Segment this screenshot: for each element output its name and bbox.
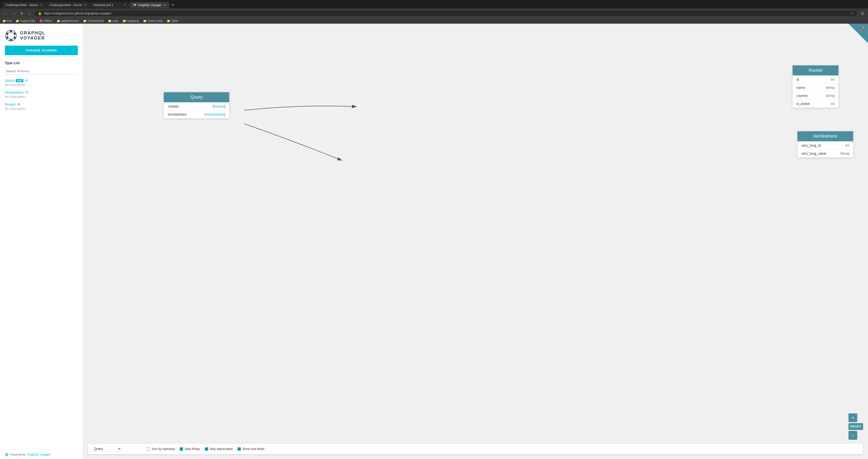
query-field-iamnot[interactable]: IAmNotHere [IAmNotHere] xyxy=(164,110,229,118)
svg-line-10 xyxy=(7,38,11,40)
type-link-rocket[interactable]: Rocket xyxy=(5,102,16,106)
change-schema-button[interactable]: CHANGE SCHEMA xyxy=(5,46,78,55)
checkbox-sort-alpha[interactable]: Sort by Alphabet xyxy=(147,447,175,451)
iamnot-field-id[interactable]: very_long_id Int xyxy=(798,141,853,149)
tab-3[interactable]: RocketsLand 1 ✕ xyxy=(90,2,129,8)
home-button[interactable]: ⌂ xyxy=(27,11,32,16)
eye-icon-query[interactable]: 👁 xyxy=(25,78,28,83)
reload-button[interactable]: ↻ xyxy=(19,11,25,16)
reset-button[interactable]: RESET xyxy=(848,423,863,430)
type-item-query-header: Query root 👁 xyxy=(5,78,78,83)
tab-1[interactable]: Challenges/Web - Server ✕ xyxy=(2,2,45,8)
type-item-iamnot: IAmNotHere 👁 No Description xyxy=(5,91,78,99)
logo-text: GRAPHQL VOYAGER xyxy=(20,31,45,41)
type-link-query[interactable]: Query xyxy=(5,78,14,83)
checkboxes: Sort by Alphabet Skip Relay Skip depreca… xyxy=(147,447,859,451)
rocket-field-name[interactable]: name String xyxy=(793,84,838,92)
tab-2-title: Challenges/Web - Server xyxy=(50,3,82,7)
rocket-field-id[interactable]: id Int xyxy=(793,75,838,84)
tab-4-title: GraphQL Voyager xyxy=(138,3,162,7)
rocket-field-is-active[interactable]: is_active Int xyxy=(793,100,838,108)
field-type-link-rockets[interactable]: Rocket xyxy=(214,104,224,108)
skip-relay-label: Skip Relay xyxy=(185,447,200,451)
footer-link[interactable]: GraphQL Voyager xyxy=(27,453,50,456)
bookmark-exploit[interactable]: 📁 Exploit DBs xyxy=(16,19,35,23)
field-type-rockets: [Rocket] xyxy=(213,104,225,108)
menu-button[interactable]: ☰ xyxy=(860,11,866,16)
query-field-rockets[interactable]: rockets [Rocket] xyxy=(164,102,229,110)
zoom-in-button[interactable]: + xyxy=(848,413,857,422)
show-leaf-checkbox[interactable] xyxy=(238,447,241,451)
type-desc-iamnot: No Description xyxy=(5,95,78,99)
svg-line-7 xyxy=(11,31,14,34)
sort-alpha-label: Sort by Alphabet xyxy=(152,447,175,451)
tab-3-close[interactable]: ✕ xyxy=(124,3,126,7)
checkbox-skip-relay[interactable]: Skip Relay xyxy=(180,447,200,451)
tab-4-close[interactable]: ✕ xyxy=(163,3,166,7)
type-item-iamnot-header: IAmNotHere 👁 xyxy=(5,91,78,94)
checkbox-skip-deprecated[interactable]: Skip deprecated xyxy=(205,447,232,451)
rocket-node-header: Rocket xyxy=(793,65,838,75)
security-icon: 🔒 xyxy=(38,11,42,15)
sidebar: GRAPHQL VOYAGER CHANGE SCHEMA Type List … xyxy=(0,24,83,459)
show-leaf-label: Show leaf fields xyxy=(242,447,265,451)
checkbox-show-leaf[interactable]: Show leaf fields xyxy=(238,447,265,451)
forward-button[interactable]: → xyxy=(11,11,17,16)
tab-1-title: Challenges/Web - Server xyxy=(5,3,38,7)
bookmark-academy[interactable]: 📁 Academy xyxy=(123,19,139,23)
footer-icon: 🌐 xyxy=(5,453,8,456)
search-input[interactable] xyxy=(5,68,78,75)
bookmark-labs[interactable]: 📁 Labs xyxy=(108,19,119,23)
bookmark-cheatsheets[interactable]: 📁 Cheatsheets xyxy=(83,19,104,23)
logo-line2: VOYAGER xyxy=(20,36,45,41)
tab-2[interactable]: Challenges/Web - Server ✕ xyxy=(46,2,90,8)
skip-deprecated-label: Skip deprecated xyxy=(210,447,232,451)
query-node-header: Query xyxy=(164,92,229,102)
sidebar-header: GRAPHQL VOYAGER xyxy=(0,24,83,46)
rocket-field-type-name: String xyxy=(826,86,835,90)
svg-line-12 xyxy=(7,31,11,34)
address-bar[interactable]: 🔒 https://ivangoncharov.github.io/graphq… xyxy=(34,10,858,17)
query-node[interactable]: Query rockets [Rocket] IAmNotHere [IAmNo… xyxy=(163,92,229,119)
star-icon[interactable]: ☆ xyxy=(850,11,854,15)
field-type-link-iamnot[interactable]: IAmNotHere xyxy=(206,112,224,117)
logo-line1: GRAPHQL xyxy=(20,31,45,36)
eye-icon-rocket[interactable]: 👁 xyxy=(17,102,21,106)
new-tab-button[interactable]: + xyxy=(169,1,176,8)
bookmark-offsec[interactable]: 🔴 OffSec xyxy=(39,19,53,23)
rocket-field-name-id: id xyxy=(797,77,799,81)
rocket-field-country[interactable]: country String xyxy=(793,92,838,100)
tab-1-close[interactable]: ✕ xyxy=(40,3,42,7)
bookmark-todo[interactable]: 📁 ToDo xyxy=(167,19,178,23)
iamnot-field-name-id: very_long_id xyxy=(801,143,820,147)
back-button[interactable]: ← xyxy=(2,11,9,16)
tab-3-title: RocketsLand 1 xyxy=(94,3,113,7)
type-desc-query: No Description xyxy=(5,83,78,87)
sort-alpha-checkbox[interactable] xyxy=(147,447,150,451)
type-select[interactable]: Query IAmNotHere Rocket xyxy=(92,446,121,452)
bookmark-appleblossom[interactable]: 📁 appleblossom xyxy=(57,19,79,23)
eye-icon-iamnot[interactable]: 👁 xyxy=(25,91,29,94)
type-selector: Query IAmNotHere Rocket xyxy=(92,446,141,452)
tab-4[interactable]: 🗺 GraphQL Voyager ✕ xyxy=(130,2,169,8)
rocket-node[interactable]: Rocket id Int name String country String… xyxy=(792,65,839,108)
svg-line-9 xyxy=(11,38,14,40)
type-link-iamnot[interactable]: IAmNotHere xyxy=(5,91,24,94)
field-name-rockets: rockets xyxy=(168,104,179,108)
zoom-out-button[interactable]: − xyxy=(848,431,857,440)
footer-text: Powered by xyxy=(10,453,25,456)
bookmark-online-tools[interactable]: 📁 Online tools xyxy=(143,19,163,23)
bookmark-kali[interactable]: 📁 Kali xyxy=(2,19,12,23)
skip-relay-checkbox[interactable] xyxy=(180,447,183,451)
rocket-field-name-name: name xyxy=(797,86,805,90)
iamnot-field-value[interactable]: very_long_value String xyxy=(798,149,853,157)
type-desc-rocket: No Description xyxy=(5,107,78,110)
iamnot-node[interactable]: IAmNotHere very_long_id Int very_long_va… xyxy=(797,131,854,158)
app-container: GRAPHQL VOYAGER CHANGE SCHEMA Type List … xyxy=(0,24,868,459)
type-item-query: Query root 👁 No Description xyxy=(5,78,78,87)
rocket-field-type-isactive: Int xyxy=(831,102,835,106)
skip-deprecated-checkbox[interactable] xyxy=(205,447,208,451)
graphql-voyager-logo-icon xyxy=(5,30,17,42)
tab-2-close[interactable]: ✕ xyxy=(84,3,86,7)
graph-area[interactable]: 🚀 Query rockets [Rocket] IAmNotHere xyxy=(83,24,868,459)
